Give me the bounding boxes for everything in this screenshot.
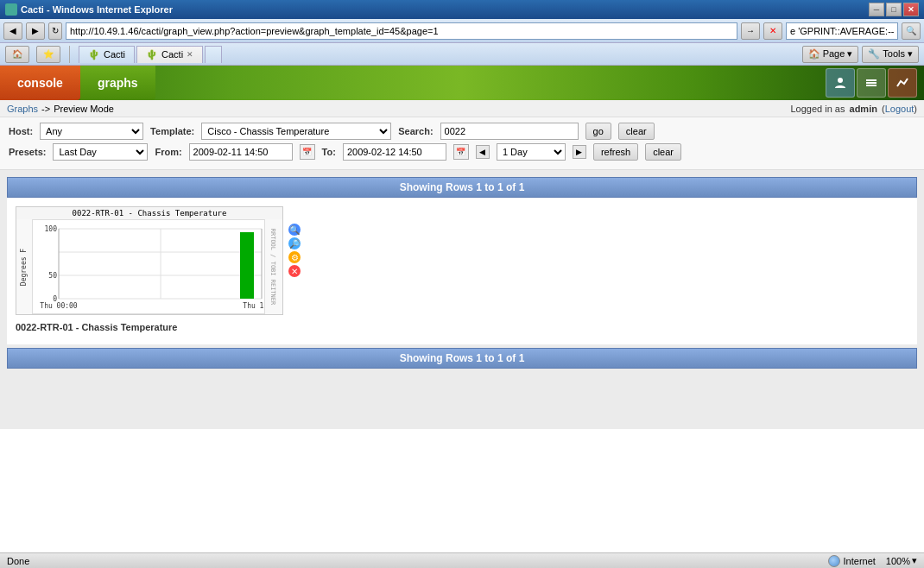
window-title: Cacti - Windows Internet Explorer — [21, 4, 173, 15]
filter-row-2: Presets: Last Day From: 📅 To: 📅 ◀ 1 Day … — [9, 143, 915, 161]
graphs-label: graphs — [98, 76, 138, 90]
home-page-button[interactable]: 🏠 Page ▾ — [802, 46, 859, 63]
filter-row-1: Host: Any Template: Cisco - Chassis Temp… — [9, 123, 915, 140]
content-area: Showing Rows 1 to 1 of 1 0022-RTR-01 - C… — [0, 170, 924, 429]
chart-icon-btn[interactable] — [888, 68, 917, 98]
graph-caption: 0022-RTR-01 - Chassis Temperature — [16, 319, 283, 336]
to-calendar-icon[interactable]: 📅 — [453, 144, 469, 160]
breadcrumb-bar: Graphs -> Preview Mode Logged in as admi… — [0, 100, 924, 117]
rows-footer-text: Showing Rows 1 to 1 of 1 — [400, 352, 525, 364]
browser-search-button[interactable]: 🔍 — [902, 22, 921, 40]
login-user: admin — [850, 104, 877, 114]
svg-rect-2 — [866, 82, 877, 84]
tab-label-2: Cacti — [161, 49, 183, 60]
tab-icon-2: 🌵 — [146, 49, 158, 60]
go-button[interactable]: go — [585, 123, 611, 140]
y-axis-label: Degrees F — [16, 219, 32, 314]
login-info: Logged in as admin (Logout) — [790, 104, 917, 114]
presets-select[interactable]: Last Day — [53, 143, 148, 161]
cacti-nav: console graphs — [0, 66, 924, 100]
from-label: From: — [155, 147, 181, 157]
graph-panel: 0022-RTR-01 - Chassis Temperature Degree… — [16, 206, 283, 315]
tab-close-button[interactable]: ✕ — [187, 50, 193, 59]
clear-button-2[interactable]: clear — [645, 143, 681, 161]
tab-cacti-1[interactable]: 🌵 Cacti — [79, 46, 135, 63]
user-icon-btn[interactable] — [826, 68, 855, 98]
login-prefix: Logged in as — [790, 104, 845, 114]
browser-toolbar: 🏠 ⭐ 🌵 Cacti 🌵 Cacti ✕ 🏠 Page ▾ 🔧 Tools ▾ — [0, 43, 924, 66]
browser-search-input[interactable] — [786, 22, 898, 40]
logout-link[interactable]: Logout — [885, 104, 915, 114]
clear-button-1[interactable]: clear — [618, 123, 655, 140]
breadcrumb-current: Preview Mode — [54, 104, 114, 114]
refresh-nav-button[interactable]: ↻ — [48, 22, 62, 40]
graphs-nav-button[interactable]: graphs — [80, 66, 155, 100]
window-titlebar: Cacti - Windows Internet Explorer ─ □ ✕ — [0, 0, 924, 19]
prev-period-button[interactable]: ◀ — [476, 145, 490, 159]
search-input[interactable] — [440, 123, 579, 140]
tab-label-1: Cacti — [104, 49, 125, 60]
presets-label: Presets: — [9, 147, 46, 157]
toolbar-divider — [69, 46, 70, 63]
from-input[interactable] — [189, 143, 293, 161]
zoom-out-icon[interactable]: 🔎 — [288, 237, 301, 249]
tab-icon-1: 🌵 — [88, 49, 100, 60]
minimize-button[interactable]: ─ — [869, 3, 884, 16]
address-bar: ◀ ▶ ↻ → ✕ 🔍 — [0, 19, 924, 43]
delete-icon[interactable]: ✕ — [288, 265, 301, 277]
menu-icon — [864, 76, 878, 90]
breadcrumb-graphs-link[interactable]: Graphs — [7, 104, 38, 114]
zoom-in-icon[interactable]: 🔍 — [288, 224, 301, 236]
svg-rect-3 — [866, 85, 877, 86]
graph-svg[interactable]: 100 50 0 Thu 00:00 Thu 12:00 — [32, 219, 265, 314]
stop-button[interactable]: ✕ — [763, 22, 782, 40]
svg-rect-14 — [240, 232, 254, 299]
span-select[interactable]: 1 Day — [497, 143, 566, 161]
url-input[interactable] — [66, 22, 737, 40]
svg-rect-1 — [866, 79, 877, 81]
settings-icon[interactable]: ⚙ — [288, 251, 301, 263]
home-button[interactable]: 🏠 — [5, 46, 29, 63]
next-period-button[interactable]: ▶ — [573, 145, 586, 159]
rows-header-text: Showing Rows 1 to 1 of 1 — [400, 181, 525, 193]
graph-sidebar-text: RRTOOL / TOBI REITNER — [265, 219, 281, 314]
tools-button[interactable]: 🔧 Tools ▾ — [862, 46, 919, 63]
tab-cacti-2[interactable]: 🌵 Cacti ✕ — [136, 46, 203, 63]
back-button[interactable]: ◀ — [3, 22, 22, 40]
maximize-button[interactable]: □ — [886, 3, 902, 16]
go-nav-button[interactable]: → — [741, 22, 760, 40]
graph-container: 0022-RTR-01 - Chassis Temperature Degree… — [7, 198, 917, 344]
rows-header: Showing Rows 1 to 1 of 1 — [7, 177, 917, 198]
breadcrumb-separator: -> — [41, 104, 50, 114]
svg-text:100: 100 — [45, 225, 58, 233]
graph-content: Degrees F 100 — [16, 219, 284, 314]
window-icon — [5, 3, 17, 16]
console-label: console — [17, 76, 63, 90]
favorites-button[interactable]: ⭐ — [36, 46, 60, 63]
toolbar-right: 🏠 Page ▾ 🔧 Tools ▾ — [802, 46, 919, 63]
svg-point-0 — [838, 78, 843, 83]
from-calendar-icon[interactable]: 📅 — [300, 144, 315, 160]
chart-icon — [896, 76, 909, 90]
refresh-button[interactable]: refresh — [593, 143, 638, 161]
svg-text:Thu 12:00: Thu 12:00 — [243, 302, 265, 310]
to-input[interactable] — [343, 143, 446, 161]
forward-button[interactable]: ▶ — [26, 22, 45, 40]
search-label: Search: — [398, 126, 433, 136]
to-label: To: — [322, 147, 336, 157]
menu-icon-btn[interactable] — [857, 68, 886, 98]
template-label: Template: — [150, 126, 194, 136]
close-button[interactable]: ✕ — [903, 3, 919, 16]
filter-area: Host: Any Template: Cisco - Chassis Temp… — [0, 117, 924, 170]
graph-wrapper: 0022-RTR-01 - Chassis Temperature Degree… — [16, 206, 283, 336]
rows-footer: Showing Rows 1 to 1 of 1 — [7, 348, 917, 369]
graph-title: 0022-RTR-01 - Chassis Temperature — [16, 207, 282, 219]
host-label: Host: — [9, 126, 33, 136]
console-nav-button[interactable]: console — [0, 66, 80, 100]
tab-new[interactable] — [205, 46, 222, 63]
svg-text:Thu 00:00: Thu 00:00 — [40, 302, 78, 310]
host-select[interactable]: Any — [40, 123, 143, 140]
tab-bar: 🌵 Cacti 🌵 Cacti ✕ — [79, 46, 222, 63]
template-select[interactable]: Cisco - Chassis Temperature — [201, 123, 391, 140]
graph-icons: 🔍 🔎 ⚙ ✕ — [288, 224, 301, 277]
